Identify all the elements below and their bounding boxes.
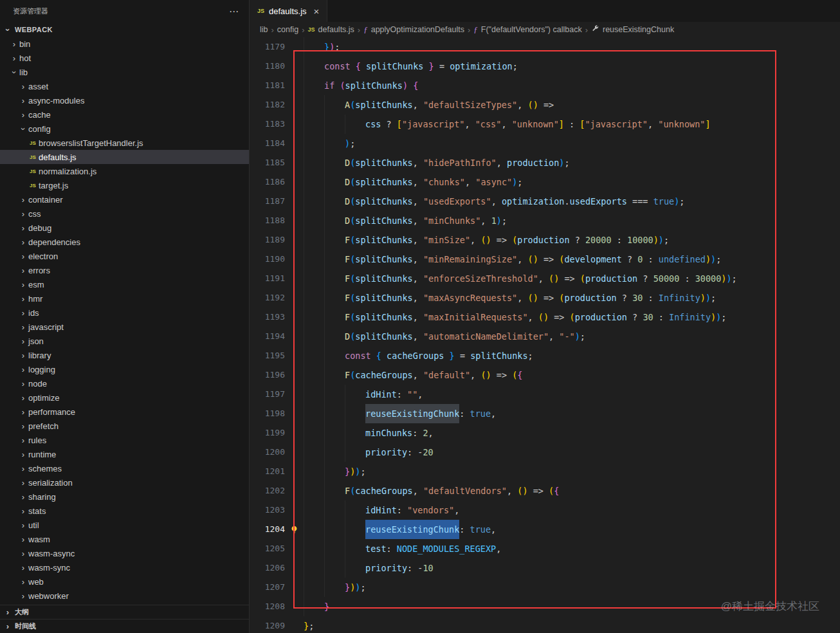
- code-line-1190[interactable]: 1190F(splitChunks, "minRemainingSize", (…: [250, 250, 840, 269]
- tree-item-library[interactable]: ›library: [0, 348, 249, 362]
- tree-item-config[interactable]: ›config: [0, 122, 249, 136]
- code-line-1188[interactable]: 1188D(splitChunks, "minChunks", 1);: [250, 211, 840, 230]
- code-line-1192[interactable]: 1192F(splitChunks, "maxAsyncRequests", (…: [250, 288, 840, 307]
- tree-item-hot[interactable]: ›hot: [0, 51, 249, 65]
- code-line-1206[interactable]: 1206priority: -10: [250, 558, 840, 578]
- code-line-1185[interactable]: 1185D(splitChunks, "hidePathInfo", produ…: [250, 153, 840, 172]
- code-line-1205[interactable]: 1205test: NODE_MODULES_REGEXP,: [250, 539, 840, 558]
- tree-item-javascript[interactable]: ›javascript: [0, 320, 249, 334]
- close-icon[interactable]: ×: [314, 6, 320, 16]
- breadcrumb-item-2[interactable]: JSdefaults.js: [308, 25, 354, 34]
- tree-item-container[interactable]: ›container: [0, 192, 249, 206]
- tree-item-node[interactable]: ›node: [0, 376, 249, 390]
- tree-item-sharing[interactable]: ›sharing: [0, 490, 249, 504]
- code-line-1196[interactable]: 1196F(cacheGroups, "default", () => ({: [250, 365, 840, 385]
- tree-item-defaults.js[interactable]: JSdefaults.js: [0, 150, 249, 164]
- code-line-1202[interactable]: 1202F(cacheGroups, "defaultVendors", () …: [250, 481, 840, 500]
- tree-item-logging[interactable]: ›logging: [0, 362, 249, 376]
- code-line-1179[interactable]: 1179});: [250, 37, 840, 57]
- tree-item-async-modules[interactable]: ›async-modules: [0, 93, 249, 107]
- code-line-1197[interactable]: 1197idHint: "",: [250, 385, 840, 404]
- tree-item-css[interactable]: ›css: [0, 206, 249, 221]
- code-token: :: [387, 539, 397, 558]
- tree-item-electron[interactable]: ›electron: [0, 249, 249, 263]
- tree-item-performance[interactable]: ›performance: [0, 405, 249, 419]
- tree-item-dependencies[interactable]: ›dependencies: [0, 235, 249, 249]
- breadcrumb-item-5[interactable]: reuseExistingChunk: [591, 24, 674, 35]
- code-line-1207[interactable]: 1207}));: [250, 578, 840, 597]
- tree-item-target.js[interactable]: JStarget.js: [0, 178, 249, 192]
- line-number: 1209: [250, 616, 285, 633]
- lightbulb-icon[interactable]: [285, 520, 304, 539]
- code-line-1199[interactable]: 1199minChunks: 2,: [250, 423, 840, 443]
- code-line-1194[interactable]: 1194D(splitChunks, "automaticNameDelimit…: [250, 327, 840, 346]
- explorer-section-webpack[interactable]: › WEBPACK: [0, 23, 249, 37]
- breadcrumb-item-3[interactable]: ƒapplyOptimizationDefaults: [363, 24, 464, 35]
- code-token: (: [350, 481, 355, 500]
- tree-item-serialization[interactable]: ›serialization: [0, 475, 249, 490]
- tree-item-wasm[interactable]: ›wasm: [0, 532, 249, 546]
- code-line-1186[interactable]: 1186D(splitChunks, "chunks", "async");: [250, 172, 840, 192]
- tree-item-ids[interactable]: ›ids: [0, 306, 249, 320]
- code-line-content: idHint: "vendors",: [304, 500, 459, 520]
- code-line-1208[interactable]: 1208}: [250, 597, 840, 616]
- code-token: D: [345, 153, 350, 172]
- tree-item-json[interactable]: ›json: [0, 334, 249, 348]
- chevron-right-icon: ›: [18, 535, 28, 544]
- breadcrumb-item-0[interactable]: lib: [260, 25, 268, 34]
- tree-item-rules[interactable]: ›rules: [0, 433, 249, 447]
- code-line-1195[interactable]: 1195const { cacheGroups } = splitChunks;: [250, 346, 840, 365]
- tree-item-webworker[interactable]: ›webworker: [0, 589, 249, 603]
- tree-item-asset[interactable]: ›asset: [0, 79, 249, 93]
- tree-item-normalization.js[interactable]: JSnormalization.js: [0, 164, 249, 178]
- code-line-1201[interactable]: 1201}));: [250, 462, 840, 481]
- tree-item-bin[interactable]: ›bin: [0, 37, 249, 51]
- timeline-panel-header[interactable]: › 时间线: [0, 619, 249, 633]
- tab-defaults-js[interactable]: JS defaults.js ×: [250, 0, 327, 22]
- tree-item-web[interactable]: ›web: [0, 574, 249, 589]
- tree-item-esm[interactable]: ›esm: [0, 277, 249, 291]
- more-actions-icon[interactable]: ⋯: [229, 6, 239, 17]
- tree-item-browserslistTargetHandler.js[interactable]: JSbrowserslistTargetHandler.js: [0, 136, 249, 150]
- code-line-1183[interactable]: 1183css ? ["javascript", "css", "unknown…: [250, 115, 840, 134]
- tree-item-optimize[interactable]: ›optimize: [0, 390, 249, 405]
- code-line-1200[interactable]: 1200priority: -20: [250, 443, 840, 462]
- code-token: ;: [502, 211, 507, 230]
- tree-item-prefetch[interactable]: ›prefetch: [0, 419, 249, 433]
- outline-panel-header[interactable]: › 大纲: [0, 605, 249, 619]
- code-line-1198[interactable]: 1198reuseExistingChunk: true,: [250, 404, 840, 423]
- code-line-1203[interactable]: 1203idHint: "vendors",: [250, 500, 840, 520]
- tree-item-hmr[interactable]: ›hmr: [0, 291, 249, 306]
- code-line-1193[interactable]: 1193F(splitChunks, "maxInitialRequests",…: [250, 307, 840, 327]
- code-token: (: [350, 230, 355, 250]
- chevron-right-icon: ›: [18, 365, 28, 374]
- indent-guide: [345, 558, 365, 578]
- code-line-1187[interactable]: 1187D(splitChunks, "usedExports", optimi…: [250, 192, 840, 211]
- code-line-1189[interactable]: 1189F(splitChunks, "minSize", () => (pro…: [250, 230, 840, 250]
- tree-item-schemes[interactable]: ›schemes: [0, 461, 249, 475]
- code-line-1181[interactable]: 1181if (splitChunks) {: [250, 76, 840, 95]
- tree-item-lib[interactable]: ›lib: [0, 65, 249, 79]
- tree-item-wasm-sync[interactable]: ›wasm-sync: [0, 560, 249, 574]
- code-line-1209[interactable]: 1209};: [250, 616, 840, 633]
- tree-item-util[interactable]: ›util: [0, 518, 249, 532]
- tree-item-wasm-async[interactable]: ›wasm-async: [0, 546, 249, 560]
- code-line-1180[interactable]: 1180const { splitChunks } = optimization…: [250, 57, 840, 76]
- code-token: :: [612, 230, 627, 250]
- breadcrumb-item-4[interactable]: ƒF("defaultVendors") callback: [473, 24, 581, 35]
- code-line-1204[interactable]: 1204reuseExistingChunk: true,: [250, 520, 840, 539]
- code-token: }: [345, 578, 350, 597]
- tree-item-cache[interactable]: ›cache: [0, 107, 249, 122]
- code-line-1184[interactable]: 1184);: [250, 134, 840, 153]
- breadcrumb-item-1[interactable]: config: [277, 25, 298, 34]
- tree-item-errors[interactable]: ›errors: [0, 263, 249, 277]
- code-editor[interactable]: 1179});1180const { splitChunks } = optim…: [250, 37, 840, 633]
- code-token: (: [350, 365, 355, 385]
- indent-guide: [324, 365, 345, 385]
- tree-item-runtime[interactable]: ›runtime: [0, 447, 249, 461]
- tree-item-debug[interactable]: ›debug: [0, 221, 249, 235]
- code-line-1191[interactable]: 1191F(splitChunks, "enforceSizeThreshold…: [250, 269, 840, 288]
- code-line-1182[interactable]: 1182A(splitChunks, "defaultSizeTypes", (…: [250, 95, 840, 115]
- tree-item-stats[interactable]: ›stats: [0, 504, 249, 518]
- code-token: true: [653, 192, 675, 211]
